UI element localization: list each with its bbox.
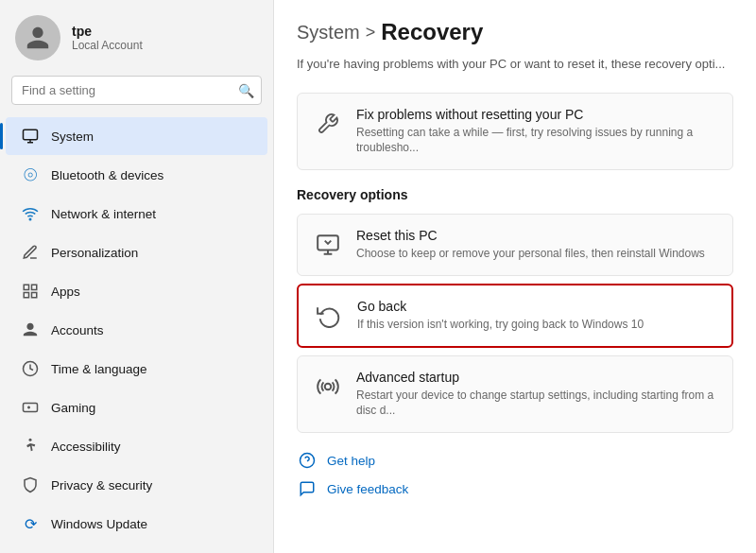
svg-rect-4 [24,285,28,289]
sidebar-item-system-label: System [51,130,94,144]
sidebar-item-network[interactable]: Network & internet [6,195,267,233]
sidebar-item-accounts[interactable]: Accounts [6,311,267,349]
sidebar-item-bluetooth[interactable]: ⦾ Bluetooth & devices [6,156,267,194]
get-help-link[interactable]: Get help [297,450,733,471]
svg-point-12 [29,439,32,441]
advanced-startup-card[interactable]: Advanced startup Restart your device to … [297,355,733,434]
svg-rect-7 [24,293,28,298]
reset-pc-text: Reset this PC Choose to keep or remove y… [356,228,717,262]
user-avatar-icon [25,25,51,51]
sidebar-item-privacy[interactable]: Privacy & security [6,466,267,504]
gaming-icon [21,398,40,417]
sidebar-item-apps-label: Apps [51,285,80,299]
svg-point-3 [29,218,31,220]
user-info: tpe Local Account [72,24,143,52]
fix-icon [313,109,343,139]
go-back-text: Go back If this version isn't working, t… [357,299,716,333]
apps-icon [21,282,40,301]
advanced-startup-text: Advanced startup Restart your device to … [356,370,717,420]
nav-list: System ⦾ Bluetooth & devices Network & i… [0,112,273,553]
search-box: 🔍 [11,76,262,105]
sidebar-item-system[interactable]: System [6,117,267,155]
privacy-icon [21,475,40,494]
go-back-card[interactable]: Go back If this version isn't working, t… [297,284,733,348]
sidebar-item-windows-update-label: Windows Update [51,517,147,531]
svg-rect-6 [32,293,37,298]
give-feedback-link[interactable]: Give feedback [297,478,733,499]
sidebar-item-privacy-label: Privacy & security [51,478,152,493]
fix-title: Fix problems without resetting your PC [356,107,717,122]
username: tpe [72,24,143,39]
settings-window: tpe Local Account 🔍 System ⦾ Bluetooth &… [0,0,756,553]
reset-pc-icon [313,230,343,260]
accounts-icon [21,320,40,339]
personalization-icon [21,243,40,262]
breadcrumb-separator: > [366,23,376,43]
go-back-title: Go back [357,299,716,314]
time-icon [21,359,40,378]
bluetooth-icon: ⦾ [21,165,40,184]
fix-description: Resetting can take a while — first, try … [356,125,717,157]
breadcrumb-parent: System [297,22,360,43]
sidebar-item-time[interactable]: Time & language [6,350,267,388]
main-content: System > Recovery If you're having probl… [274,0,756,553]
sidebar-item-personalization-label: Personalization [51,246,138,260]
reset-pc-description: Choose to keep or remove your personal f… [356,246,717,262]
page-description: If you're having problems with your PC o… [297,55,733,74]
links-section: Get help Give feedback [297,450,733,499]
reset-pc-card[interactable]: Reset this PC Choose to keep or remove y… [297,214,733,276]
accessibility-icon [21,437,40,456]
sidebar-item-network-label: Network & internet [51,207,156,221]
sidebar-item-time-label: Time & language [51,362,147,376]
sidebar-item-apps[interactable]: Apps [6,272,267,310]
sidebar-item-bluetooth-label: Bluetooth & devices [51,168,163,182]
recovery-options-title: Recovery options [297,187,733,202]
search-input[interactable] [11,76,262,105]
advanced-startup-title: Advanced startup [356,370,717,385]
go-back-description: If this version isn't working, try going… [357,317,716,333]
update-icon: ⟳ [21,514,40,533]
sidebar: tpe Local Account 🔍 System ⦾ Bluetooth &… [0,0,274,553]
sidebar-item-windows-update[interactable]: ⟳ Windows Update [6,505,267,543]
user-section: tpe Local Account [0,0,273,72]
sidebar-item-gaming-label: Gaming [51,401,95,415]
advanced-startup-icon [313,372,343,402]
sidebar-item-personalization[interactable]: Personalization [6,233,267,271]
svg-rect-0 [24,130,38,140]
svg-rect-5 [32,285,37,289]
search-icon: 🔍 [238,83,254,98]
sidebar-item-accessibility[interactable]: Accessibility [6,427,267,465]
breadcrumb: System > Recovery [297,19,733,45]
breadcrumb-current: Recovery [381,19,483,45]
give-feedback-icon [297,478,318,499]
give-feedback-text[interactable]: Give feedback [327,482,408,496]
advanced-startup-description: Restart your device to change startup se… [356,388,717,420]
get-help-icon [297,450,318,471]
go-back-icon [314,301,344,331]
svg-point-14 [325,383,332,389]
get-help-text[interactable]: Get help [327,454,375,468]
avatar [15,15,60,60]
sidebar-item-accounts-label: Accounts [51,323,104,337]
account-type: Local Account [72,39,143,52]
monitor-icon [21,127,40,146]
network-icon [21,204,40,223]
reset-pc-title: Reset this PC [356,228,717,243]
fix-text: Fix problems without resetting your PC R… [356,107,717,157]
fix-problems-card[interactable]: Fix problems without resetting your PC R… [297,93,733,171]
sidebar-item-gaming[interactable]: Gaming [6,389,267,426]
sidebar-item-accessibility-label: Accessibility [51,440,121,454]
